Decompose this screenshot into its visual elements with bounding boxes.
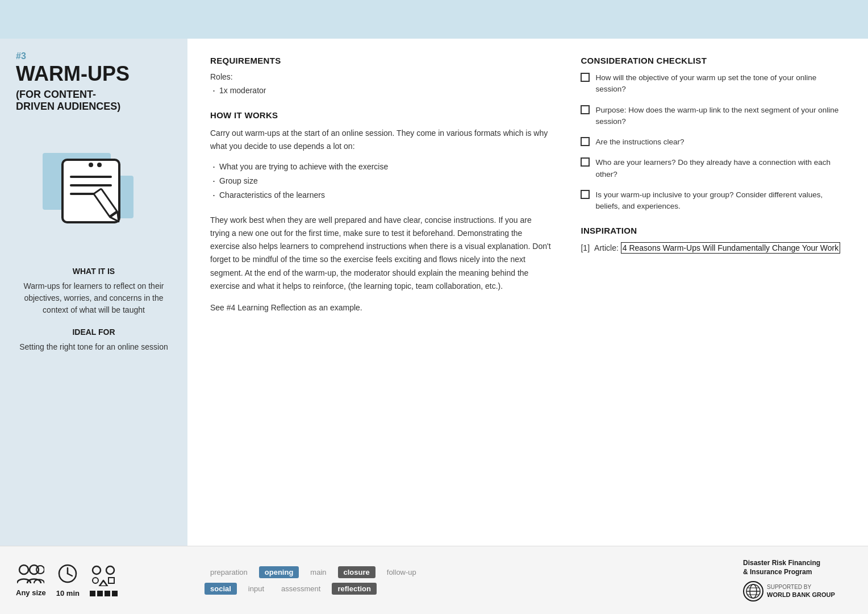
- clock-icon: [57, 563, 78, 588]
- bottom-middle: preparation opening main closure follow-…: [187, 566, 743, 595]
- people-group: Any size: [16, 564, 46, 597]
- checkbox-1: [581, 73, 590, 82]
- bottom-left: Any size 10 min: [0, 563, 187, 598]
- tag-follow-up: follow-up: [381, 566, 422, 578]
- svg-rect-19: [108, 578, 114, 583]
- content-area: REQUIREMENTS Roles: 1x moderator HOW IT …: [187, 39, 868, 546]
- checkbox-5: [581, 190, 590, 199]
- svg-line-14: [68, 574, 72, 576]
- wb-globe-icon: [745, 583, 761, 599]
- how-it-works-p2: They work best when they are well prepar…: [210, 214, 552, 293]
- svg-marker-17: [99, 580, 107, 586]
- checklist-text-5: Is your warm-up inclusive to your group?…: [595, 189, 845, 213]
- bar-1: [90, 591, 95, 596]
- inspiration-text-1: Article: 4 Reasons Warm-Ups Will Fundame…: [594, 242, 840, 254]
- inspiration-link-1[interactable]: 4 Reasons Warm-Ups Will Fundamentally Ch…: [621, 242, 841, 254]
- svg-point-9: [19, 565, 28, 574]
- illustration-area: [0, 125, 187, 261]
- clock-group: 10 min: [56, 563, 80, 598]
- any-size-label: Any size: [16, 588, 46, 597]
- checklist-item-1: How will the objective of your warm up s…: [581, 72, 845, 96]
- tag-assessment: assessment: [276, 583, 326, 595]
- how-it-works-section: HOW IT WORKS Carry out warm-ups at the s…: [210, 110, 552, 314]
- svg-point-15: [93, 566, 101, 574]
- tag-social: social: [205, 583, 237, 595]
- how-it-works-p1: Carry out warm-ups at the start of an on…: [210, 127, 552, 153]
- people-icon: [17, 564, 44, 587]
- bars-icon: [90, 591, 118, 596]
- svg-point-5: [97, 163, 102, 167]
- checklist-text-1: How will the objective of your warm up s…: [595, 72, 845, 96]
- doc-icon-container: [48, 147, 142, 235]
- tag-opening: opening: [259, 566, 299, 578]
- how-bullet-1: What you are trying to achieve with the …: [210, 161, 552, 173]
- misc-icon: [90, 565, 117, 588]
- checklist-item-4: Who are your learners? Do they already h…: [581, 157, 845, 180]
- bottom-bar: Any size 10 min: [0, 546, 868, 614]
- checklist-item-5: Is your warm-up inclusive to your group?…: [581, 189, 845, 213]
- top-banner: [0, 0, 868, 39]
- illustration-bg: [37, 142, 151, 250]
- misc-group: [90, 565, 118, 596]
- tags-row-2: social input assessment reflection: [205, 583, 726, 595]
- clock-svg: [57, 563, 78, 584]
- sidebar-title: WARM-UPS: [16, 63, 172, 85]
- inspiration-num-1: [1]: [581, 242, 590, 254]
- content-columns: REQUIREMENTS Roles: 1x moderator HOW IT …: [210, 56, 845, 546]
- inspiration-title: INSPIRATION: [581, 226, 845, 235]
- checklist-title: CONSIDERATION CHECKLIST: [581, 56, 845, 65]
- drfi-title: Disaster Risk Financing& Insurance Progr…: [743, 559, 820, 576]
- svg-point-4: [89, 163, 93, 167]
- tag-reflection: reflection: [332, 583, 377, 595]
- checklist-item-3: Are the instructions clear?: [581, 136, 845, 148]
- misc-svg: [90, 565, 117, 586]
- role-item-1: 1x moderator: [210, 85, 552, 97]
- how-bullet-2: Group size: [210, 175, 552, 187]
- what-it-is-label: WHAT IT IS: [16, 267, 172, 276]
- checkbox-3: [581, 137, 590, 146]
- wb-circle-logo: [743, 581, 763, 601]
- requirements-title: REQUIREMENTS: [210, 56, 552, 65]
- checkbox-4: [581, 157, 590, 167]
- checklist-item-2: Purpose: How does the warm-up link to th…: [581, 105, 845, 128]
- how-bullet-3: Characteristics of the learners: [210, 189, 552, 201]
- sidebar-number: #3: [16, 51, 172, 61]
- inspiration-section: INSPIRATION [1] Article: 4 Reasons Warm-…: [581, 226, 845, 254]
- how-it-works-title: HOW IT WORKS: [210, 110, 552, 120]
- what-it-is-text: Warm-ups for learners to reflect on thei…: [16, 280, 172, 316]
- checklist-text-4: Who are your learners? Do they already h…: [595, 157, 845, 180]
- sidebar: #3 WARM-UPS (FOR CONTENT-DRIVEN AUDIENCE…: [0, 39, 187, 546]
- ideal-for-label: IDEAL FOR: [16, 327, 172, 337]
- tag-main: main: [304, 566, 332, 578]
- sidebar-info: WHAT IT IS Warm-ups for learners to refl…: [0, 261, 187, 364]
- checkbox-2: [581, 105, 590, 114]
- bar-2: [97, 591, 103, 596]
- warmup-icon: [51, 151, 139, 231]
- svg-point-16: [106, 566, 114, 574]
- wb-label: SUPPORTED BY: [767, 584, 835, 590]
- ideal-for-text: Setting the right tone for an online ses…: [16, 341, 172, 353]
- tag-closure: closure: [338, 566, 375, 578]
- bar-4: [112, 591, 118, 596]
- wb-logo-area: SUPPORTED BY WORLD BANK GROUP: [743, 581, 835, 601]
- tag-input: input: [243, 583, 270, 595]
- main-layout: #3 WARM-UPS (FOR CONTENT-DRIVEN AUDIENCE…: [0, 39, 868, 546]
- sidebar-header: #3 WARM-UPS (FOR CONTENT-DRIVEN AUDIENCE…: [0, 39, 187, 125]
- wb-text-area: SUPPORTED BY WORLD BANK GROUP: [767, 584, 835, 599]
- checklist-text-2: Purpose: How does the warm-up link to th…: [595, 105, 845, 128]
- see-also: See #4 Learning Reflection as an example…: [210, 302, 552, 314]
- inspiration-item-1: [1] Article: 4 Reasons Warm-Ups Will Fun…: [581, 242, 845, 254]
- svg-point-11: [36, 566, 44, 574]
- content-left: REQUIREMENTS Roles: 1x moderator HOW IT …: [210, 56, 552, 546]
- svg-point-18: [93, 578, 98, 583]
- content-right: CONSIDERATION CHECKLIST How will the obj…: [581, 56, 845, 546]
- time-label: 10 min: [56, 589, 80, 598]
- tag-preparation: preparation: [205, 566, 253, 578]
- roles-label: Roles:: [210, 72, 552, 81]
- tags-row-1: preparation opening main closure follow-…: [205, 566, 726, 578]
- wb-text: WORLD BANK GROUP: [767, 591, 835, 599]
- bottom-right: Disaster Risk Financing& Insurance Progr…: [743, 559, 868, 601]
- bar-3: [105, 591, 110, 596]
- people-svg: [17, 564, 44, 584]
- inspiration-prefix: Article:: [594, 243, 621, 252]
